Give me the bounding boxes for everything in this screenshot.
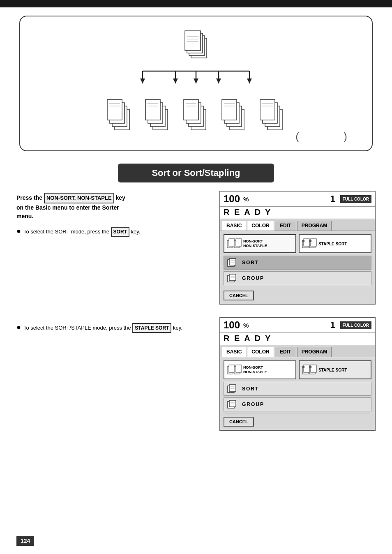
sort-diagram: [106, 28, 286, 139]
group-icon: [227, 274, 239, 283]
panel2-non-sort-label: NON-SORTNON-STAPLE: [243, 365, 267, 374]
svg-marker-13: [140, 78, 145, 83]
panel1-non-sort-btn[interactable]: NON-SORTNON-STAPLE: [224, 234, 296, 253]
panel1-body: NON-SORTNON-STAPLE: [220, 231, 375, 304]
panel2-tab-program[interactable]: PROGRAM: [297, 347, 332, 357]
bottom-stacks: [106, 98, 286, 139]
panel1-pct: %: [243, 196, 249, 203]
panel1-color-badge: FULL COLOR: [340, 195, 371, 203]
svg-rect-3: [185, 31, 201, 51]
panel2-copies: 1: [330, 320, 337, 330]
block2-bullet: ● To select the SORT/STAPLE mode, press …: [16, 323, 211, 333]
svg-rect-56: [311, 239, 316, 246]
svg-rect-49: [229, 239, 235, 246]
svg-rect-64: [229, 274, 236, 281]
svg-marker-17: [247, 78, 252, 83]
svg-rect-33: [184, 99, 198, 120]
panel1-tab-edit[interactable]: EDIT: [275, 221, 296, 231]
svg-rect-70: [229, 365, 235, 372]
panel1-tabs: BASIC COLOR EDIT PROGRAM: [220, 219, 375, 231]
block2-instructions: ● To select the SORT/STAPLE mode, press …: [16, 317, 211, 431]
staple-sort-icons: [302, 237, 317, 250]
block1-instructions: Press the Press the NON-SORT, NON-STAPLE…: [16, 191, 211, 305]
sort-key: SORT: [111, 227, 129, 237]
svg-rect-74: [304, 365, 309, 372]
panel2-tabs: BASIC COLOR EDIT PROGRAM: [220, 345, 375, 357]
svg-rect-54: [302, 240, 304, 242]
panel1-divider: [225, 287, 370, 287]
svg-rect-85: [229, 400, 236, 407]
panel1-non-sort-label: NON-SORTNON-STAPLE: [243, 239, 267, 248]
svg-marker-14: [173, 78, 178, 83]
panel2-cancel-btn[interactable]: CANCEL: [224, 417, 254, 427]
block2-panel: 100 % 1 FULL COLOR R E A D Y BASIC COLOR…: [219, 317, 376, 431]
panel1-cancel-btn[interactable]: CANCEL: [224, 291, 254, 300]
bullet1-dot: ●: [16, 227, 21, 235]
panel1-sort-label: SORT: [242, 260, 259, 265]
panel2-group-row[interactable]: GROUP: [224, 397, 371, 411]
panel2-group-label: GROUP: [242, 402, 264, 407]
block2-container: ● To select the SORT/STAPLE mode, press …: [16, 317, 376, 431]
panel2-non-sort-btn[interactable]: NON-SORTNON-STAPLE: [224, 360, 296, 379]
block2-bullet-text: To select the SORT/STAPLE mode, press th…: [23, 323, 182, 333]
block1-main-instruction: Press the Press the NON-SORT, NON-STAPLE…: [16, 193, 211, 221]
svg-rect-78: [309, 366, 311, 368]
panel1-tab-basic[interactable]: BASIC: [222, 221, 246, 231]
page-number: 124: [16, 536, 34, 546]
panel1-sort-row[interactable]: SORT: [224, 256, 371, 270]
top-bar: [0, 0, 392, 7]
svg-rect-77: [311, 365, 316, 372]
svg-rect-45: [260, 99, 275, 120]
panel2-header: 100 % 1 FULL COLOR: [220, 318, 375, 333]
panel1-ready: R E A D Y: [220, 207, 375, 219]
group-icon-2: [227, 400, 239, 409]
svg-rect-27: [145, 99, 160, 120]
svg-rect-72: [236, 365, 242, 372]
panel1-zoom: 100: [224, 193, 240, 205]
ui-panel-1: 100 % 1 FULL COLOR R E A D Y BASIC COLOR…: [219, 191, 376, 305]
sort-icon-2: [227, 384, 239, 393]
panel1-copies: 1: [330, 194, 337, 204]
panel1-tab-program[interactable]: PROGRAM: [297, 221, 332, 231]
svg-rect-39: [222, 99, 237, 120]
staple-sort-icons-2: [302, 363, 317, 376]
panel1-staple-sort-btn[interactable]: STAPLE SORT: [299, 234, 371, 253]
svg-rect-21: [107, 99, 122, 120]
non-sort-icons-2: [227, 363, 242, 376]
panel2-ready: R E A D Y: [220, 333, 375, 345]
block1-bullet-text: To select the SORT mode, press the SORT …: [23, 227, 141, 237]
staple-sort-key: STAPLE SORT: [132, 323, 171, 333]
panel2-tab-edit[interactable]: EDIT: [275, 347, 296, 357]
non-sort-key-label: NON-SORT, NON-STAPLE: [44, 193, 114, 203]
paren-hint: ( ): [295, 130, 347, 143]
top-stack: [180, 28, 212, 65]
illustration-box: ( ): [19, 16, 373, 151]
panel1-staple-sort-label: STAPLE SORT: [318, 242, 347, 246]
ui-panel-2: 100 % 1 FULL COLOR R E A D Y BASIC COLOR…: [219, 317, 376, 431]
panel1-tab-color[interactable]: COLOR: [247, 221, 274, 231]
panel1-sort-options: NON-SORTNON-STAPLE: [224, 234, 371, 253]
sort-icon: [227, 258, 239, 267]
svg-rect-57: [309, 240, 311, 242]
panel2-tab-color[interactable]: COLOR: [247, 347, 274, 357]
panel2-sort-row[interactable]: SORT: [224, 382, 371, 396]
panel2-body: NON-SORTNON-STAPLE: [220, 357, 375, 430]
panel2-tab-basic[interactable]: BASIC: [222, 347, 246, 357]
panel1-header: 100 % 1 FULL COLOR: [220, 192, 375, 207]
panel2-staple-sort-btn[interactable]: STAPLE SORT: [299, 360, 371, 379]
svg-rect-59: [229, 259, 236, 265]
block1-panel: 100 % 1 FULL COLOR R E A D Y BASIC COLOR…: [219, 191, 376, 305]
panel2-divider: [225, 413, 370, 413]
panel2-sort-options: NON-SORTNON-STAPLE: [224, 360, 371, 379]
panel1-group-row[interactable]: GROUP: [224, 271, 371, 285]
section-title: Sort or Sort/Stapling: [118, 164, 274, 182]
panel2-pct: %: [243, 322, 249, 329]
svg-marker-15: [194, 78, 198, 83]
panel2-zoom: 100: [224, 319, 240, 331]
panel1-group-label: GROUP: [242, 275, 264, 281]
svg-rect-75: [302, 366, 304, 368]
svg-rect-51: [236, 239, 242, 246]
panel2-color-badge: FULL COLOR: [340, 321, 371, 329]
svg-marker-16: [216, 78, 221, 83]
panel2-sort-label: SORT: [242, 386, 259, 392]
